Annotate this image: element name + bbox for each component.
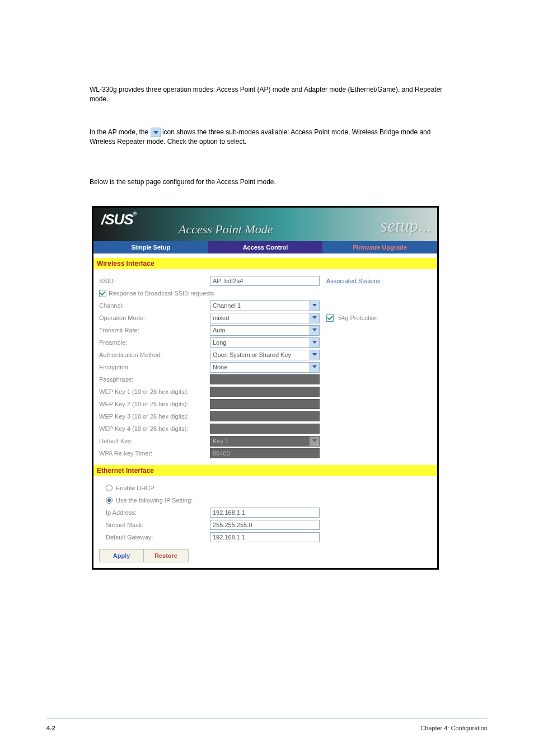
subnet-mask-label: Subnet Mask: — [106, 522, 210, 528]
doc-paragraph-2: In the AP mode, the icon shows the three… — [90, 128, 446, 147]
apply-button[interactable]: Apply — [99, 549, 144, 562]
chevron-down-icon — [310, 301, 319, 311]
tab-simple-setup[interactable]: Simple Setup — [93, 241, 208, 253]
default-gateway-input[interactable] — [210, 532, 320, 542]
opmode-select[interactable]: mixed — [210, 313, 320, 323]
passphrase-label: Passphrase: — [99, 376, 210, 383]
wireless-form: SSID: Associated Stations Response to Br… — [93, 269, 437, 465]
svg-marker-5 — [312, 353, 317, 356]
chevron-down-icon — [151, 128, 161, 137]
default-key-label: Default Key: — [99, 438, 210, 444]
mode-title: Access Point Mode — [179, 222, 273, 237]
svg-marker-4 — [312, 341, 317, 344]
chevron-down-icon — [310, 436, 319, 446]
asus-logo: /SUS® — [101, 211, 136, 228]
opmode-label: Operation Mode: — [99, 314, 210, 321]
encryption-label: Encryption: — [99, 364, 210, 370]
tab-access-control[interactable]: Access Control — [208, 241, 323, 253]
header-banner: /SUS® Access Point Mode setup... — [93, 208, 437, 241]
nav-tabs: Simple Setup Access Control Firmware Upg… — [93, 241, 437, 253]
wep1-input[interactable] — [210, 387, 320, 397]
wep1-label: WEP Key 1 (10 or 26 hex digits): — [99, 388, 210, 395]
static-ip-label: Use the following IP Setting: — [116, 497, 193, 504]
channel-select[interactable]: Channel 1 — [210, 300, 320, 311]
54g-protection-checkbox[interactable] — [326, 314, 334, 322]
txrate-select[interactable]: Auto — [210, 325, 320, 336]
wpa-rekey-input[interactable] — [210, 448, 320, 458]
enable-dhcp-radio[interactable] — [106, 485, 113, 491]
static-ip-radio[interactable] — [106, 497, 113, 504]
svg-marker-3 — [312, 328, 317, 331]
wep2-input[interactable] — [210, 399, 320, 409]
chapter-label: Chapter 4: Configuration — [420, 725, 488, 731]
chevron-down-icon — [310, 313, 319, 323]
ip-address-input[interactable] — [210, 508, 320, 518]
wep3-label: WEP Key 3 (10 or 26 hex digits): — [99, 413, 210, 420]
wep4-input[interactable] — [210, 424, 320, 434]
default-key-select[interactable]: Key 1 — [210, 436, 320, 447]
section-wireless-header: Wireless Interface — [93, 258, 437, 269]
associated-stations-link[interactable]: Associated Stations — [326, 278, 381, 284]
svg-marker-6 — [312, 365, 317, 368]
tab-firmware-upgrade[interactable]: Firmware Upgrade — [322, 241, 437, 253]
ethernet-form: Enable DHCP: Use the following IP Settin… — [93, 476, 437, 568]
channel-label: Channel: — [99, 302, 210, 309]
section-ethernet-header: Ethernet Interface — [93, 465, 437, 476]
doc-paragraph-1: WL-330g provides three operation modes: … — [90, 85, 446, 105]
broadcast-ssid-checkbox[interactable] — [99, 290, 106, 297]
restore-button[interactable]: Restore — [144, 549, 189, 562]
wpa-rekey-label: WPA Re-key Timer: — [99, 450, 210, 457]
svg-marker-0 — [153, 131, 158, 134]
default-gateway-label: Default Gateway: — [106, 534, 210, 541]
enable-dhcp-label: Enable DHCP: — [116, 485, 156, 491]
ssid-label: SSID: — [99, 278, 210, 284]
svg-marker-7 — [312, 439, 317, 442]
passphrase-input[interactable] — [210, 374, 320, 384]
chevron-down-icon — [310, 338, 319, 348]
encryption-select[interactable]: None — [210, 362, 320, 373]
54g-protection-label: 54g Protection — [338, 314, 378, 321]
wep4-label: WEP Key 4 (10 or 26 hex digits): — [99, 425, 210, 432]
ip-address-label: Ip Address: — [106, 509, 210, 516]
svg-marker-2 — [312, 316, 317, 319]
chevron-down-icon — [310, 350, 319, 360]
page-number: 4-2 — [46, 725, 55, 731]
auth-select[interactable]: Open System or Shared Key — [210, 350, 320, 360]
wep2-label: WEP Key 2 (10 or 26 hex digits): — [99, 401, 210, 407]
svg-marker-1 — [312, 304, 317, 307]
doc-paragraph-3: Below is the setup page configured for t… — [90, 177, 446, 187]
wep3-input[interactable] — [210, 411, 320, 421]
ssid-input[interactable] — [210, 276, 320, 286]
chevron-down-icon — [310, 326, 319, 335]
router-setup-screenshot: /SUS® Access Point Mode setup... Simple … — [92, 206, 439, 570]
preamble-label: Preamble: — [99, 339, 210, 346]
doc-para2-a: In the AP mode, the — [90, 128, 151, 136]
broadcast-ssid-label: Response to Broadcast SSID requests — [109, 290, 214, 297]
subnet-mask-input[interactable] — [210, 520, 320, 530]
auth-label: Authentication Method: — [99, 351, 210, 358]
footer-divider — [46, 718, 488, 719]
preamble-select[interactable]: Long — [210, 337, 320, 348]
txrate-label: Transmit Rate: — [99, 327, 210, 334]
setup-heading: setup... — [380, 215, 432, 236]
chevron-down-icon — [310, 363, 319, 372]
